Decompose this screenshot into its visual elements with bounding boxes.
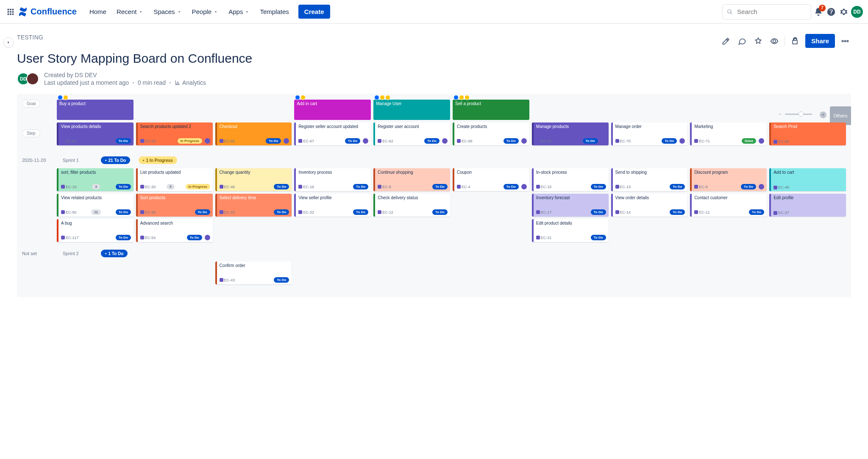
assignee-avatar: [442, 138, 448, 144]
story-card[interactable]: Inventory process EC-16 To Do: [294, 168, 371, 191]
sidebar-expand-button[interactable]: [3, 37, 14, 47]
story-card[interactable]: List products updated EC-20 5 In Progres…: [136, 168, 213, 191]
contributor-avatar[interactable]: [26, 72, 39, 85]
breadcrumb[interactable]: TESTING: [17, 34, 720, 41]
story-card[interactable]: View related products EC-50 11 To Do: [57, 194, 134, 217]
goal-card[interactable]: Add in cart: [294, 100, 371, 120]
story-card[interactable]: Check delivery status EC-12 To Do: [373, 194, 450, 217]
goal-card[interactable]: Sell a product: [453, 100, 529, 120]
app-switcher-icon[interactable]: [5, 6, 16, 17]
step-card[interactable]: Search products updated 2 EC-63In Progre…: [136, 122, 213, 145]
status-pill: To Do: [274, 277, 289, 283]
story-card[interactable]: Sort products EC-55 To Do: [136, 194, 213, 217]
assignee-avatar: [759, 184, 764, 189]
status-pill: To Do: [116, 209, 131, 215]
assignee-icons: [295, 95, 306, 100]
story-card[interactable]: Confirm order EC-43 To Do: [215, 261, 292, 284]
story-card[interactable]: In-stock process EC-15 To Do: [532, 168, 609, 191]
chevron-down-icon: [213, 9, 218, 14]
issue-key: EC-64: [61, 139, 77, 143]
goal-lane-label: Goal: [22, 100, 40, 108]
created-by: Created by DS DEV: [44, 72, 206, 78]
nav-recent[interactable]: Recent: [112, 6, 148, 18]
edit-icon[interactable]: [720, 35, 732, 47]
issue-key: EC-13: [615, 185, 631, 189]
step-card[interactable]: Search Prod EC-65: [769, 122, 846, 145]
page-title: User Story Mapping Board on Confluence: [17, 51, 851, 66]
issue-key: EC-54: [140, 236, 156, 240]
story-card[interactable]: View order details EC-14 To Do: [611, 194, 688, 217]
step-card[interactable]: Register seller account updated EC-67To …: [294, 122, 371, 145]
story-title: Contact customer: [694, 195, 764, 209]
step-card[interactable]: Manage products EC-69To Do: [532, 122, 609, 145]
status-pill: In Progress: [178, 138, 202, 144]
nav-templates[interactable]: Templates: [256, 6, 293, 18]
status-pill: To Do: [187, 235, 202, 240]
restrictions-icon[interactable]: [789, 35, 801, 47]
status-pill: To Do: [670, 209, 685, 215]
goal-card[interactable]: Manage User: [373, 100, 450, 120]
count-badge: 3: [92, 184, 100, 189]
story-title: Advanced search: [140, 221, 210, 235]
story-card[interactable]: Inventory forecast EC-17 To Do: [532, 194, 609, 217]
story-map-board: Goal Step − + Others Buy a productAdd in…: [17, 94, 851, 297]
issue-key: EC-70: [615, 139, 631, 143]
more-icon[interactable]: [839, 35, 851, 47]
story-title: View order details: [615, 195, 685, 209]
step-card[interactable]: Manage order EC-70To Do: [611, 122, 688, 145]
step-card[interactable]: View products details EC-64To Do: [57, 122, 134, 145]
story-title: Confirm order: [220, 263, 289, 277]
story-card[interactable]: Edit product details EC-21 To Do: [532, 219, 609, 242]
story-card[interactable]: Coupon EC-4 To Do: [453, 168, 529, 191]
zoom-out-icon[interactable]: −: [777, 111, 782, 117]
story-title: Edit product details: [536, 221, 606, 235]
star-icon[interactable]: [752, 35, 764, 47]
watch-icon[interactable]: [768, 35, 780, 47]
analytics-link[interactable]: Analytics: [175, 79, 206, 86]
search-input[interactable]: [736, 8, 807, 16]
story-card[interactable]: View seller profile EC-22 To Do: [294, 194, 371, 217]
notifications-icon[interactable]: 7: [813, 6, 824, 17]
sprint-header: Not setSprint 21 To Do: [22, 245, 846, 261]
issue-key: EC-63: [140, 139, 156, 143]
issue-key: EC-48: [773, 185, 789, 189]
story-card[interactable]: Advanced search EC-54 To Do: [136, 219, 213, 242]
step-card[interactable]: Marketing EC-71Done: [690, 122, 767, 145]
comment-icon[interactable]: [736, 35, 748, 47]
share-button[interactable]: Share: [805, 34, 835, 48]
story-card[interactable]: Select delivery time EC-23 To Do: [215, 194, 292, 217]
story-title: Select delivery time: [220, 195, 289, 209]
story-card[interactable]: Continue shopping EC-8 To Do: [373, 168, 450, 191]
step-card[interactable]: Checkout EC-66To Do: [215, 122, 292, 145]
story-card[interactable]: Edit profile EC-37: [769, 194, 846, 217]
step-card[interactable]: Register user account EC-62To Do: [373, 122, 450, 145]
story-card[interactable]: Add to cart EC-48: [769, 168, 846, 191]
status-pill: To Do: [353, 209, 368, 215]
story-card[interactable]: Discount program EC-5 To Do: [690, 168, 767, 191]
create-button[interactable]: Create: [298, 5, 330, 19]
nav-apps[interactable]: Apps: [224, 6, 254, 18]
step-card[interactable]: Create products EC-68To Do: [453, 122, 529, 145]
assignee-avatar: [205, 235, 210, 240]
nav-people[interactable]: People: [188, 6, 223, 18]
step-title: Marketing: [694, 124, 764, 138]
issue-key: EC-117: [61, 236, 79, 240]
help-icon[interactable]: [826, 6, 837, 17]
zoom-slider[interactable]: −: [777, 111, 812, 117]
goal-title: Sell a product: [455, 101, 481, 106]
story-card[interactable]: Change quantity EC-46 To Do: [215, 168, 292, 191]
confluence-logo[interactable]: Confluence: [18, 7, 77, 17]
story-title: View related products: [61, 195, 131, 209]
story-card[interactable]: sort, filter products EC-19 3 To Do: [57, 168, 134, 191]
add-icon[interactable]: +: [820, 111, 826, 118]
story-card[interactable]: Send to shipping EC-13 To Do: [611, 168, 688, 191]
settings-icon[interactable]: [838, 6, 849, 17]
story-card[interactable]: Contact customer EC-11 To Do: [690, 194, 767, 217]
nav-home[interactable]: Home: [85, 6, 111, 18]
profile-avatar[interactable]: DD: [851, 6, 863, 18]
nav-spaces[interactable]: Spaces: [149, 6, 186, 18]
svg-point-1: [844, 40, 846, 42]
story-card[interactable]: A bug EC-117 To Do: [57, 219, 134, 242]
goal-card[interactable]: Buy a product: [57, 100, 134, 120]
global-search[interactable]: [722, 4, 811, 19]
